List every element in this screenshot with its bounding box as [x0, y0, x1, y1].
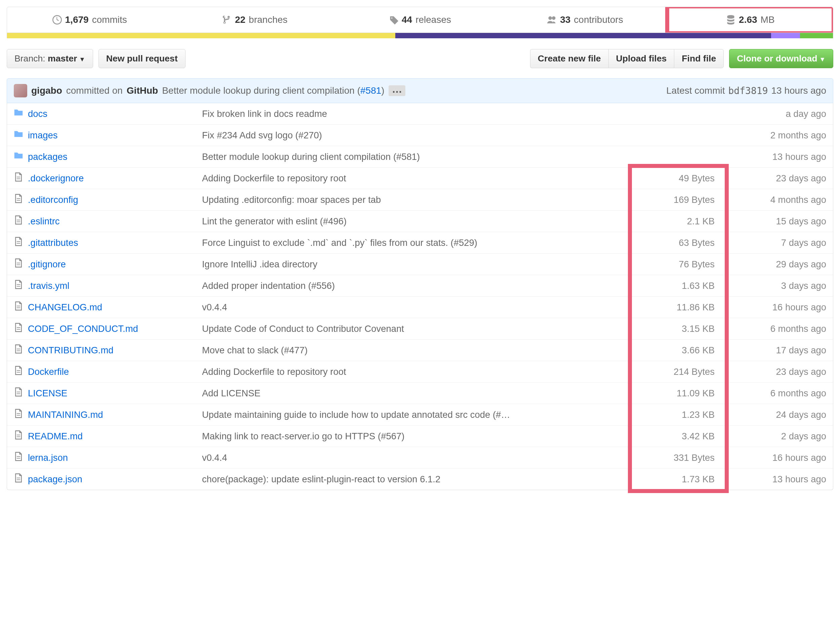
- file-size: 76 Bytes: [638, 259, 722, 270]
- create-new-file-button[interactable]: Create new file: [530, 49, 608, 68]
- branch-select-button[interactable]: Branch: master▼: [7, 49, 93, 68]
- lang-segment[interactable]: [771, 33, 800, 38]
- stat-releases[interactable]: 44 releases: [338, 7, 502, 33]
- file-commit-message[interactable]: Move chat to slack (#477): [202, 345, 638, 356]
- file-size: 1.23 KB: [638, 409, 722, 420]
- file-name-link[interactable]: MAINTAINING.md: [28, 409, 103, 420]
- file-updated-time: 4 months ago: [722, 195, 826, 205]
- stat-contributors[interactable]: 33 contributors: [502, 7, 667, 33]
- file-commit-message[interactable]: Making link to react-server.io go to HTT…: [202, 431, 638, 442]
- file-name-link[interactable]: docs: [28, 108, 48, 119]
- file-icon: [14, 344, 23, 356]
- file-row: docsFix broken link in docs readmea day …: [7, 103, 833, 124]
- file-commit-message[interactable]: Fix #234 Add svg logo (#270): [202, 130, 638, 141]
- file-name-link[interactable]: package.json: [28, 474, 82, 485]
- chevron-down-icon: ▼: [819, 56, 825, 63]
- file-commit-message[interactable]: Add LICENSE: [202, 388, 638, 399]
- file-commit-message[interactable]: Better module lookup during client compi…: [202, 152, 638, 162]
- file-name-link[interactable]: .dockerignore: [28, 173, 84, 184]
- file-commit-message[interactable]: Updating .editorconfig: moar spaces per …: [202, 195, 638, 205]
- commit-sha[interactable]: bdf3819: [728, 85, 768, 97]
- file-updated-time: 15 days ago: [722, 216, 826, 227]
- file-updated-time: 6 months ago: [722, 388, 826, 399]
- commit-message-suffix: ): [381, 85, 384, 96]
- file-icon: [14, 473, 23, 485]
- avatar[interactable]: [14, 84, 27, 97]
- file-name-link[interactable]: images: [28, 130, 58, 141]
- branch-name: master: [48, 53, 77, 64]
- file-icon: [14, 409, 23, 420]
- file-name-link[interactable]: .editorconfig: [28, 195, 78, 205]
- file-name-link[interactable]: LICENSE: [28, 388, 67, 399]
- file-name-link[interactable]: packages: [28, 152, 67, 162]
- stat-commits[interactable]: 1,679 commits: [7, 7, 172, 33]
- file-updated-time: 16 hours ago: [722, 302, 826, 313]
- clone-download-button[interactable]: Clone or download▼: [729, 49, 833, 68]
- file-commit-message[interactable]: Update maintaining guide to include how …: [202, 409, 638, 420]
- file-row: package.jsonchore(package): update eslin…: [7, 468, 833, 490]
- file-name-link[interactable]: CHANGELOG.md: [28, 302, 102, 313]
- file-size: 63 Bytes: [638, 238, 722, 248]
- file-commit-message[interactable]: v0.4.4: [202, 302, 638, 313]
- repo-stats-bar: 1,679 commits 22 branches 44 releases 33…: [7, 7, 833, 33]
- file-commit-message[interactable]: chore(package): update eslint-plugin-rea…: [202, 474, 638, 485]
- repo-size-value: 2.63: [739, 15, 757, 25]
- commit-time: 13 hours ago: [771, 85, 826, 96]
- file-name-link[interactable]: CONTRIBUTING.md: [28, 345, 114, 356]
- file-commit-message[interactable]: Added proper indentation (#556): [202, 281, 638, 291]
- lang-segment[interactable]: [395, 33, 771, 38]
- file-commit-message[interactable]: Force Linguist to exclude `.md` and `.py…: [202, 238, 638, 248]
- latest-commit-label: Latest commit: [666, 85, 725, 96]
- stat-branches[interactable]: 22 branches: [172, 7, 337, 33]
- new-pull-request-button[interactable]: New pull request: [98, 49, 186, 68]
- file-list: docsFix broken link in docs readmea day …: [7, 103, 833, 490]
- commit-pr-link[interactable]: #581: [360, 85, 381, 96]
- file-commit-message[interactable]: Adding Dockerfile to repository root: [202, 173, 638, 184]
- folder-icon: [14, 129, 23, 141]
- file-commit-message[interactable]: v0.4.4: [202, 452, 638, 463]
- file-name-link[interactable]: .gitattributes: [28, 238, 78, 248]
- find-file-button[interactable]: Find file: [674, 49, 724, 68]
- file-commit-message[interactable]: Adding Dockerfile to repository root: [202, 367, 638, 377]
- file-updated-time: 3 days ago: [722, 281, 826, 291]
- file-name-link[interactable]: .eslintrc: [28, 216, 60, 227]
- file-updated-time: 16 hours ago: [722, 452, 826, 463]
- file-updated-time: 23 days ago: [722, 173, 826, 184]
- file-updated-time: 13 hours ago: [722, 152, 826, 162]
- file-name-link[interactable]: Dockerfile: [28, 367, 69, 377]
- file-commit-message[interactable]: Lint the generator with eslint (#496): [202, 216, 638, 227]
- folder-icon: [14, 151, 23, 163]
- language-bar[interactable]: [7, 33, 833, 38]
- commit-message[interactable]: Better module lookup during client compi…: [162, 85, 384, 96]
- file-row: packagesBetter module lookup during clie…: [7, 146, 833, 167]
- stat-size[interactable]: 2.63 MB: [668, 7, 833, 33]
- file-icon: [14, 366, 23, 377]
- file-row: LICENSEAdd LICENSE11.09 KB6 months ago: [7, 382, 833, 404]
- file-icon: [14, 172, 23, 184]
- commit-author[interactable]: gigabo: [31, 85, 62, 96]
- upload-files-button[interactable]: Upload files: [608, 49, 674, 68]
- github-text: GitHub: [127, 85, 158, 96]
- file-commit-message[interactable]: Fix broken link in docs readme: [202, 108, 638, 119]
- lang-segment[interactable]: [7, 33, 395, 38]
- file-icon: [14, 215, 23, 227]
- file-icon: [14, 323, 23, 334]
- file-size: 3.66 KB: [638, 345, 722, 356]
- lang-segment[interactable]: [800, 33, 833, 38]
- contributors-label: contributors: [574, 15, 623, 25]
- file-icon: [14, 258, 23, 270]
- chevron-down-icon: ▼: [79, 56, 85, 63]
- releases-count: 44: [402, 15, 412, 25]
- file-name-link[interactable]: README.md: [28, 431, 83, 442]
- file-name-link[interactable]: .travis.yml: [28, 281, 69, 291]
- file-name-link[interactable]: CODE_OF_CONDUCT.md: [28, 324, 138, 334]
- folder-icon: [14, 108, 23, 120]
- file-commit-message[interactable]: Update Code of Conduct to Contributor Co…: [202, 324, 638, 334]
- file-row: .gitignoreIgnore IntelliJ .idea director…: [7, 253, 833, 275]
- file-row: .travis.ymlAdded proper indentation (#55…: [7, 275, 833, 296]
- file-name-link[interactable]: lerna.json: [28, 452, 68, 463]
- file-name-link[interactable]: .gitignore: [28, 259, 66, 270]
- ellipsis-button[interactable]: …: [389, 85, 406, 96]
- file-updated-time: 2 days ago: [722, 431, 826, 442]
- file-commit-message[interactable]: Ignore IntelliJ .idea directory: [202, 259, 638, 270]
